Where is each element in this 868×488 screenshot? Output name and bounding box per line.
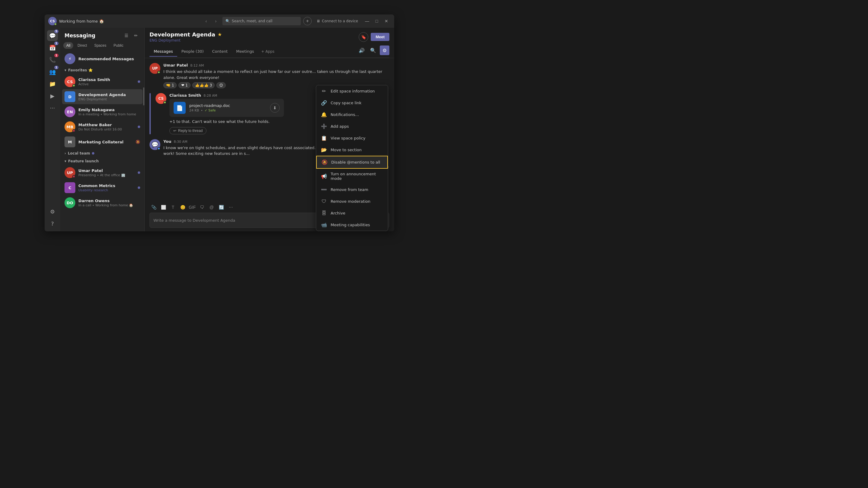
clarissa-status xyxy=(72,84,75,87)
bookmark-button[interactable]: 🔖 xyxy=(359,32,368,42)
ctx-notifications[interactable]: 🔔 Notifications... xyxy=(316,109,388,121)
section-favorites[interactable]: ▾ Favorites ⭐ xyxy=(62,66,143,74)
scroll-indicator xyxy=(143,87,144,105)
rail-item-people[interactable]: 👥 1 xyxy=(47,66,58,77)
ctx-move-section[interactable]: 📂 Move to section xyxy=(316,144,388,156)
nav-controls: ‹ › xyxy=(202,17,220,25)
search-placeholder: Search, meet, and call xyxy=(232,19,273,23)
channel-title: Development Agenda ★ xyxy=(150,31,222,38)
audio-button[interactable]: 🔊 xyxy=(357,45,367,55)
add-apps-tab[interactable]: + Apps xyxy=(258,47,278,56)
clarissa-unread xyxy=(138,80,140,83)
settings-channel-button[interactable]: ⚙ xyxy=(380,45,390,55)
reply-thread-button[interactable]: ↩ Reply to thread xyxy=(169,127,207,134)
list-item-clarissa[interactable]: CS Clarissa Smith Active xyxy=(62,74,143,89)
list-item-marketing[interactable]: M Marketing Collateral 🔕 xyxy=(62,134,143,150)
ctx-view-policy[interactable]: 📋 View space policy xyxy=(316,132,388,144)
global-search[interactable]: 🔍 Search, meet, and call xyxy=(222,17,301,25)
file-download-button[interactable]: ⬇ xyxy=(270,103,280,113)
tab-meetings[interactable]: Meetings xyxy=(232,47,258,57)
minimize-button[interactable]: — xyxy=(363,17,371,25)
ctx-meeting-capabilities[interactable]: 📹 Meeting capabilities xyxy=(316,219,388,231)
add-button[interactable]: + xyxy=(303,17,312,25)
list-item-dev-agenda[interactable]: D Development Agenda ENG Deployment xyxy=(62,89,143,104)
mention-button[interactable]: @ xyxy=(207,203,216,212)
tab-all[interactable]: All xyxy=(63,42,73,49)
text-format-button[interactable]: T xyxy=(169,203,177,212)
common-metrics-unread xyxy=(138,187,140,189)
list-item-emily[interactable]: EN Emily Nakagawa In a meeting • Working… xyxy=(62,104,143,119)
sticker-button[interactable]: 🗨 xyxy=(198,203,206,212)
ctx-archive[interactable]: 🗄 Archive xyxy=(316,207,388,219)
local-team-label: Local team xyxy=(68,151,90,156)
rail-item-help[interactable]: ? xyxy=(47,218,58,229)
section-feature-launch[interactable]: ▾ Feature launch xyxy=(62,157,143,165)
meet-button[interactable]: Meet xyxy=(371,33,390,41)
ctx-announcement-label: Turn on announcement mode xyxy=(331,172,383,181)
tab-content[interactable]: Content xyxy=(208,47,232,57)
umar-msg-content: Umar Patel 8:12 AM I think we should all… xyxy=(163,63,390,88)
search-channel-button[interactable]: 🔍 xyxy=(368,45,378,55)
umar-info: Umar Patel Presenting • At the office 🏢 xyxy=(79,168,135,177)
rail-item-files[interactable]: 📁 xyxy=(47,78,58,89)
reply-label: Reply to thread xyxy=(178,129,203,133)
tab-direct[interactable]: Direct xyxy=(74,42,90,49)
rail-item-calls[interactable]: 📞 1 xyxy=(47,54,58,65)
loop-button[interactable]: 🔄 xyxy=(217,203,225,212)
tab-messages[interactable]: Messages xyxy=(150,47,177,57)
tab-spaces[interactable]: Spaces xyxy=(91,42,110,49)
file-name: project-roadmap.doc xyxy=(189,103,267,108)
more-options-button[interactable]: ⋯ xyxy=(227,203,235,212)
tab-people[interactable]: People (30) xyxy=(177,47,208,57)
back-button[interactable]: ‹ xyxy=(202,17,210,25)
ctx-copy-link[interactable]: 🔗 Copy space link xyxy=(316,97,388,109)
tab-public[interactable]: Public xyxy=(111,42,127,49)
close-button[interactable]: ✕ xyxy=(382,17,391,25)
you-msg-name: You xyxy=(163,139,171,144)
feature-launch-label: Feature launch xyxy=(68,159,98,163)
connect-device[interactable]: 🖥 Connect to a device xyxy=(314,19,361,23)
more-icon: ··· xyxy=(50,105,55,111)
attach-button[interactable]: 📎 xyxy=(150,203,158,212)
reaction-heart[interactable]: ❤️ 1 xyxy=(179,82,190,88)
activity-badge: 5 xyxy=(54,30,59,33)
quote-bar xyxy=(150,93,151,134)
file-attachment: 📄 project-roadmap.doc 24 KB • ✓ Safe ⬇ xyxy=(169,99,284,117)
rail-item-calendar[interactable]: 📅 1 xyxy=(47,42,58,53)
ctx-remove-moderation[interactable]: 🛡 Remove moderation xyxy=(316,195,388,207)
reaction-thumbs[interactable]: 👍👍👍 3 xyxy=(192,82,215,88)
list-item-darren[interactable]: DO Darren Owens In a call • Working from… xyxy=(62,195,143,210)
list-item-matthew[interactable]: MB Matthew Baker Do Not Disturb until 16… xyxy=(62,119,143,134)
file-doc-icon: 📄 xyxy=(174,102,186,114)
dev-agenda-sub: ENG Deployment xyxy=(79,97,140,101)
ctx-announcement-mode[interactable]: 📢 Turn on announcement mode xyxy=(316,169,388,184)
reaction-smile[interactable]: 😊 xyxy=(216,82,226,88)
ctx-disable-mentions[interactable]: 🔕 Disable @mentions to all xyxy=(316,156,388,169)
maximize-button[interactable]: □ xyxy=(373,17,381,25)
ctx-disable-label: Disable @mentions to all xyxy=(331,160,380,164)
list-item-common-metrics[interactable]: C Common Metrics Usability research xyxy=(62,180,143,195)
you-msg-avatar: 💬 xyxy=(150,139,160,150)
gif-button[interactable]: GIF xyxy=(188,203,196,212)
ctx-remove-moderation-label: Remove moderation xyxy=(331,199,370,204)
section-local-team[interactable]: › Local team xyxy=(62,150,143,157)
reaction-fist[interactable]: 🤜 1 xyxy=(163,82,177,88)
rail-item-more[interactable]: ··· xyxy=(47,102,58,113)
context-menu: ✏ Edit space information 🔗 Copy space li… xyxy=(316,85,388,231)
compose-button[interactable]: ✏ xyxy=(132,31,140,40)
recommended-messages[interactable]: ⚡ Recommended Messages xyxy=(62,51,143,66)
rail-item-settings[interactable]: ⚙ xyxy=(47,206,58,217)
ctx-remove-team[interactable]: ➖ Remove from team xyxy=(316,184,388,195)
ctx-add-apps[interactable]: ➕ Add apps xyxy=(316,121,388,132)
star-icon: ★ xyxy=(218,32,222,37)
ctx-edit-space[interactable]: ✏ Edit space information xyxy=(316,85,388,97)
format-button[interactable]: ⬜ xyxy=(159,203,167,212)
left-rail: 💬 5 📅 1 📞 1 👥 1 📁 ▶ ··· xyxy=(44,28,60,231)
filter-button[interactable]: ☰ xyxy=(122,31,130,40)
rail-item-teams[interactable]: ▶ xyxy=(47,90,58,101)
list-item-umar[interactable]: UP Umar Patel Presenting • At the office… xyxy=(62,165,143,180)
collapse-icon: ▾ xyxy=(64,68,66,72)
forward-button[interactable]: › xyxy=(212,17,220,25)
rail-item-activity[interactable]: 💬 5 xyxy=(47,30,58,41)
emoji-button[interactable]: 😊 xyxy=(179,203,187,212)
